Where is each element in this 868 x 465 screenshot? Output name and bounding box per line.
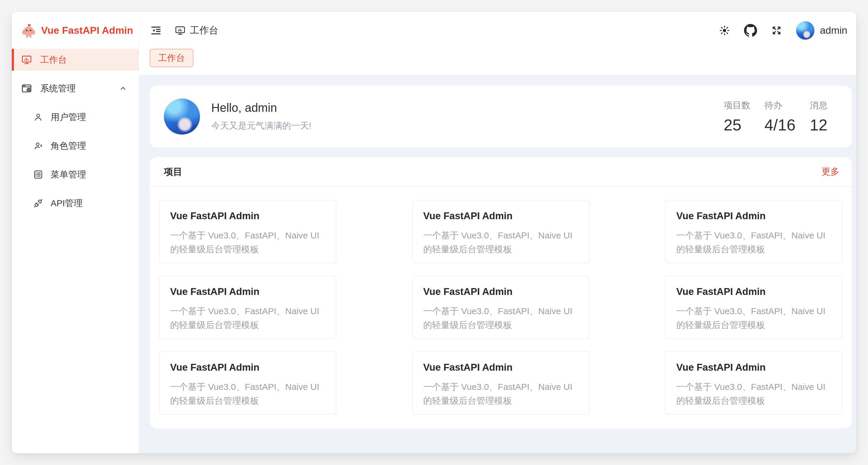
- sun-icon: [719, 25, 731, 36]
- project-card-description: 一个基于 Vue3.0、FastAPI、Naive UI 的轻量级后台管理模板: [676, 304, 831, 332]
- topbar: 工作台: [139, 12, 856, 49]
- theme-toggle-button[interactable]: [719, 25, 731, 36]
- welcome-message: 今天又是元气满满的一天!: [211, 120, 311, 132]
- projects-header: 项目 更多: [150, 157, 852, 187]
- sidebar-item-roles[interactable]: 角色管理: [12, 135, 139, 157]
- welcome-card: Hello, admin 今天又是元气满满的一天! 项目数 25 待办 4/16…: [150, 86, 852, 148]
- project-card-title: Vue FastAPI Admin: [676, 362, 831, 373]
- sidebar-item-label: 系统管理: [40, 83, 76, 95]
- projects-panel: 项目 更多 Vue FastAPI Admin 一个基于 Vue3.0、Fast…: [150, 157, 852, 428]
- project-card-title: Vue FastAPI Admin: [676, 286, 831, 297]
- project-card-description: 一个基于 Vue3.0、FastAPI、Naive UI 的轻量级后台管理模板: [170, 228, 325, 256]
- collapse-sidebar-button[interactable]: [150, 24, 162, 37]
- welcome-text: Hello, admin 今天又是元气满满的一天!: [211, 101, 311, 132]
- username-label: admin: [820, 25, 847, 36]
- project-grid: Vue FastAPI Admin 一个基于 Vue3.0、FastAPI、Na…: [150, 187, 852, 428]
- sidebar-item-menus[interactable]: 菜单管理: [12, 163, 139, 185]
- project-card[interactable]: Vue FastAPI Admin 一个基于 Vue3.0、FastAPI、Na…: [665, 276, 842, 339]
- chick-logo-icon: [22, 23, 36, 37]
- project-card[interactable]: Vue FastAPI Admin 一个基于 Vue3.0、FastAPI、Na…: [412, 276, 590, 339]
- stat-value: 25: [724, 116, 750, 134]
- project-card-description: 一个基于 Vue3.0、FastAPI、Naive UI 的轻量级后台管理模板: [676, 228, 831, 256]
- project-card[interactable]: Vue FastAPI Admin 一个基于 Vue3.0、FastAPI、Na…: [159, 276, 336, 339]
- sidebar-menu: 工作台 系统管理: [12, 49, 139, 453]
- sidebar-item-label: 工作台: [40, 54, 67, 66]
- user-icon: [33, 112, 43, 122]
- project-card-title: Vue FastAPI Admin: [423, 210, 578, 222]
- breadcrumb-label: 工作台: [190, 24, 218, 37]
- stat-label: 项目数: [724, 99, 750, 112]
- project-card[interactable]: Vue FastAPI Admin 一个基于 Vue3.0、FastAPI、Na…: [412, 200, 590, 263]
- sidebar: Vue FastAPI Admin 工作台: [12, 12, 139, 453]
- system-settings-icon: [21, 83, 32, 94]
- api-plug-icon: [33, 198, 43, 208]
- stat-messages: 消息 12: [810, 99, 835, 134]
- stats-group: 项目数 25 待办 4/16 消息 12: [724, 99, 835, 134]
- project-card-title: Vue FastAPI Admin: [423, 286, 578, 297]
- sidebar-item-label: 角色管理: [51, 140, 86, 152]
- project-card[interactable]: Vue FastAPI Admin 一个基于 Vue3.0、FastAPI、Na…: [665, 200, 842, 263]
- project-card-title: Vue FastAPI Admin: [170, 286, 325, 297]
- active-indicator: [12, 49, 14, 71]
- github-icon: [744, 24, 757, 37]
- sidebar-item-workbench[interactable]: 工作台: [12, 49, 139, 71]
- brand-title: Vue FastAPI Admin: [41, 25, 133, 36]
- project-card[interactable]: Vue FastAPI Admin 一个基于 Vue3.0、FastAPI、Na…: [159, 351, 336, 415]
- project-card[interactable]: Vue FastAPI Admin 一个基于 Vue3.0、FastAPI、Na…: [159, 200, 336, 263]
- menu-fold-icon: [150, 24, 162, 37]
- project-card[interactable]: Vue FastAPI Admin 一个基于 Vue3.0、FastAPI、Na…: [412, 351, 590, 415]
- project-card-description: 一个基于 Vue3.0、FastAPI、Naive UI 的轻量级后台管理模板: [423, 228, 578, 256]
- user-menu[interactable]: admin: [796, 21, 847, 40]
- github-link-button[interactable]: [744, 24, 757, 37]
- stat-value: 4/16: [765, 116, 796, 134]
- chevron-up-icon[interactable]: [119, 84, 127, 93]
- user-avatar: [796, 21, 814, 40]
- more-link[interactable]: 更多: [822, 166, 839, 178]
- project-card-title: Vue FastAPI Admin: [676, 210, 831, 222]
- sidebar-item-label: API管理: [51, 197, 83, 210]
- topbar-actions: admin: [719, 21, 847, 40]
- menu-list-icon: [33, 169, 43, 180]
- breadcrumb[interactable]: 工作台: [175, 24, 218, 37]
- stat-label: 待办: [765, 99, 796, 112]
- sidebar-item-users[interactable]: 用户管理: [12, 106, 139, 128]
- project-card-description: 一个基于 Vue3.0、FastAPI、Naive UI 的轻量级后台管理模板: [676, 380, 831, 408]
- sidebar-item-system[interactable]: 系统管理: [12, 78, 139, 99]
- workbench-monitor-icon: [21, 54, 32, 65]
- project-card[interactable]: Vue FastAPI Admin 一个基于 Vue3.0、FastAPI、Na…: [665, 351, 842, 415]
- app-window: Vue FastAPI Admin 工作台: [12, 12, 856, 453]
- welcome-greeting: Hello, admin: [211, 101, 311, 115]
- projects-title: 项目: [164, 166, 182, 178]
- project-card-description: 一个基于 Vue3.0、FastAPI、Naive UI 的轻量级后台管理模板: [170, 304, 325, 332]
- stat-value: 12: [810, 116, 835, 134]
- content-column: 工作台: [139, 12, 856, 453]
- fullscreen-button[interactable]: [771, 25, 782, 36]
- project-card-title: Vue FastAPI Admin: [170, 362, 325, 373]
- stat-label: 消息: [810, 99, 835, 112]
- role-icon: [33, 141, 43, 151]
- stat-projects: 项目数 25: [724, 99, 750, 134]
- tag-workbench[interactable]: 工作台: [150, 49, 193, 67]
- welcome-avatar: [164, 98, 200, 134]
- project-card-description: 一个基于 Vue3.0、FastAPI、Naive UI 的轻量级后台管理模板: [423, 380, 578, 408]
- project-card-title: Vue FastAPI Admin: [423, 362, 578, 373]
- sidebar-item-label: 菜单管理: [51, 168, 86, 181]
- sidebar-item-label: 用户管理: [51, 111, 86, 123]
- workbench-monitor-icon: [175, 25, 186, 36]
- main-content: Hello, admin 今天又是元气满满的一天! 项目数 25 待办 4/16…: [139, 75, 856, 453]
- fullscreen-arrows-icon: [771, 25, 782, 36]
- project-card-description: 一个基于 Vue3.0、FastAPI、Naive UI 的轻量级后台管理模板: [423, 304, 578, 332]
- brand-logo[interactable]: Vue FastAPI Admin: [12, 12, 139, 49]
- tags-bar: 工作台: [139, 49, 856, 75]
- project-card-title: Vue FastAPI Admin: [170, 210, 325, 222]
- sidebar-item-api[interactable]: API管理: [12, 192, 139, 214]
- project-card-description: 一个基于 Vue3.0、FastAPI、Naive UI 的轻量级后台管理模板: [170, 380, 325, 408]
- stat-todos: 待办 4/16: [765, 99, 796, 134]
